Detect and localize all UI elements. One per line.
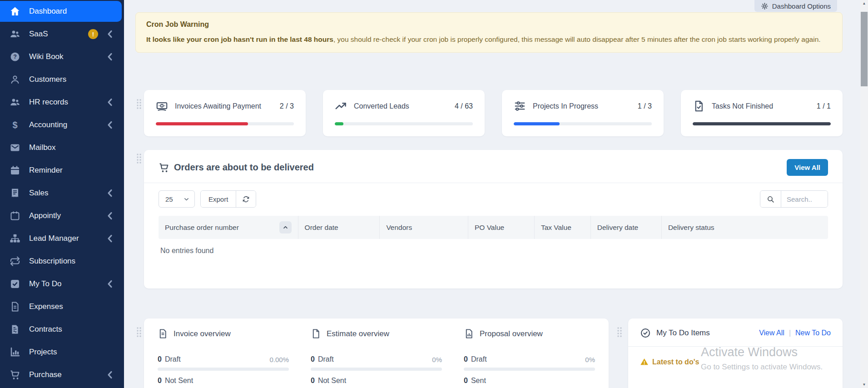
alert-body: It looks like your cron job hasn't run i… xyxy=(146,34,832,45)
todo-header: My To Do Items View All | New To Do xyxy=(640,328,831,338)
status-percent: 0% xyxy=(585,356,595,363)
status-count: 0 xyxy=(464,377,468,385)
status-count: 0 xyxy=(158,355,162,363)
calendar-solid-icon xyxy=(10,165,20,176)
chevron-left-icon xyxy=(104,29,115,40)
sidebar-item-saas[interactable]: SaaS! xyxy=(0,23,124,45)
overview-title: Invoice overview xyxy=(174,329,231,338)
search-button[interactable] xyxy=(760,191,781,207)
scrollbar-thumb[interactable] xyxy=(861,12,868,86)
status-label: Draft xyxy=(318,355,334,363)
column-header-delivery-date[interactable]: Delivery date xyxy=(590,216,661,239)
repeat-icon xyxy=(10,256,20,267)
chevron-left-icon xyxy=(104,97,115,108)
chevron-left-icon xyxy=(104,369,115,380)
sidebar-item-appointly[interactable]: Appointly xyxy=(0,204,124,227)
latest-todos-row: Latest to do's xyxy=(640,358,831,366)
sidebar-item-expenses[interactable]: Expenses xyxy=(0,295,124,318)
sidebar-item-subscriptions[interactable]: Subscriptions xyxy=(0,250,124,273)
search-input[interactable] xyxy=(781,191,828,207)
overview-widget-drag-handle[interactable] xyxy=(136,326,143,339)
overview-status-row: 0Draft0% xyxy=(464,355,595,363)
vertical-scrollbar[interactable]: ▲ ▼ xyxy=(860,0,868,388)
banknote-icon xyxy=(156,100,168,112)
sidebar-item-accounting[interactable]: $Accounting xyxy=(0,114,124,136)
scroll-down-arrow-icon[interactable]: ▼ xyxy=(860,381,868,388)
svg-text:?: ? xyxy=(13,54,17,60)
page-size-select[interactable]: 25 xyxy=(159,190,195,208)
sidebar-item-hr-records[interactable]: HR records xyxy=(0,91,124,114)
sidebar-item-label: Customers xyxy=(29,75,124,84)
stat-card-header: Converted Leads4 / 63 xyxy=(335,100,473,112)
caret-up-icon xyxy=(282,224,289,231)
links-separator: | xyxy=(789,329,791,337)
todo-view-all-link[interactable]: View All xyxy=(759,329,784,337)
todo-widget-drag-handle[interactable] xyxy=(616,326,624,339)
todo-new-link[interactable]: New To Do xyxy=(795,329,831,337)
orders-view-all-button[interactable]: View All xyxy=(787,159,828,176)
scroll-up-arrow-icon[interactable]: ▲ xyxy=(860,0,868,7)
orders-widget-drag-handle[interactable] xyxy=(136,153,143,165)
status-count: 0 xyxy=(311,377,315,385)
chevron-left-icon xyxy=(104,233,115,244)
chevron-left-icon xyxy=(104,119,115,130)
sort-asc-button[interactable] xyxy=(279,221,292,234)
column-header-vendors[interactable]: Vendors xyxy=(379,216,468,239)
overview-status-row: 0Draft0.00% xyxy=(158,355,289,363)
cron-job-warning-alert: Cron Job Warning It looks like your cron… xyxy=(135,12,843,53)
sidebar-item-wiki-book[interactable]: ?Wiki Book xyxy=(0,45,124,68)
sidebar-item-label: Projects xyxy=(29,348,124,357)
stat-progress-bar xyxy=(693,122,831,125)
status-count: 0 xyxy=(311,355,315,363)
status-label: Not Sent xyxy=(318,377,346,385)
sidebar-item-contracts[interactable]: Contracts xyxy=(0,318,124,341)
sidebar-item-lead-manager[interactable]: Lead Manager xyxy=(0,227,124,250)
status-label: Not Sent xyxy=(165,377,193,385)
stat-card-header: Tasks Not Finished1 / 1 xyxy=(693,100,831,112)
export-button[interactable]: Export xyxy=(201,191,236,207)
column-header-delivery-status[interactable]: Delivery status xyxy=(661,216,828,239)
stat-card-header: Projects In Progress1 / 3 xyxy=(514,100,652,112)
sidebar-item-mailbox[interactable]: Mailbox xyxy=(0,136,124,159)
column-label: Tax Value xyxy=(541,224,571,232)
stat-value: 1 / 3 xyxy=(638,102,652,110)
stat-value: 2 / 3 xyxy=(280,102,294,110)
status-label: Sent xyxy=(471,377,486,385)
stats-row-drag-handle[interactable] xyxy=(136,98,143,111)
sidebar-item-dashboard[interactable]: Dashboard xyxy=(0,1,122,22)
sidebar-item-customers[interactable]: Customers xyxy=(0,68,124,91)
sidebar-item-purchase[interactable]: Purchase xyxy=(0,363,124,386)
overview-title: Estimate overview xyxy=(327,329,389,338)
sidebar-item-label: Lead Manager xyxy=(29,234,104,243)
users-icon xyxy=(10,29,20,40)
sidebar-item-label: Purchase xyxy=(29,370,104,379)
dashboard-options-button[interactable]: Dashboard Options xyxy=(754,0,837,12)
overview-header: Estimate overview xyxy=(311,328,442,339)
todo-widget: My To Do Items View All | New To Do Late… xyxy=(628,318,843,388)
status-count: 0 xyxy=(158,377,162,385)
alert-rest-text: , you should re-check if your cron job i… xyxy=(333,35,821,43)
column-header-po-value[interactable]: PO Value xyxy=(468,216,534,239)
stat-progress-bar xyxy=(514,122,560,125)
column-header-order-date[interactable]: Order date xyxy=(298,216,380,239)
file-text-icon xyxy=(10,301,20,312)
proposal-overview-column: Proposal overview0Draft0%0Sent xyxy=(464,328,595,378)
column-label: Delivery status xyxy=(668,224,714,232)
stat-card-converted-leads: Converted Leads4 / 63 xyxy=(323,90,485,136)
column-header-tax-value[interactable]: Tax Value xyxy=(534,216,590,239)
orders-table-controls: 25 Export xyxy=(159,190,828,208)
refresh-button[interactable] xyxy=(236,191,256,207)
sidebar-item-sales[interactable]: Sales xyxy=(0,182,124,204)
column-header-purchase-order-number[interactable]: Purchase order number xyxy=(159,216,298,239)
overview-header: Proposal overview xyxy=(464,328,595,339)
sidebar-item-my-to-do[interactable]: My To Do xyxy=(0,273,124,295)
help-circle-icon: ? xyxy=(10,51,20,62)
sidebar-item-reminder[interactable]: Reminder xyxy=(0,159,124,182)
orders-table-header: Purchase order numberOrder dateVendorsPO… xyxy=(159,216,828,239)
stat-card-header: Invoices Awaiting Payment2 / 3 xyxy=(156,100,294,112)
status-label: Draft xyxy=(471,355,487,363)
projects-icon xyxy=(10,347,20,358)
sidebar-item-projects[interactable]: Projects xyxy=(0,341,124,363)
sliders-icon xyxy=(514,100,526,112)
stats-row: Invoices Awaiting Payment2 / 3Converted … xyxy=(144,90,843,136)
